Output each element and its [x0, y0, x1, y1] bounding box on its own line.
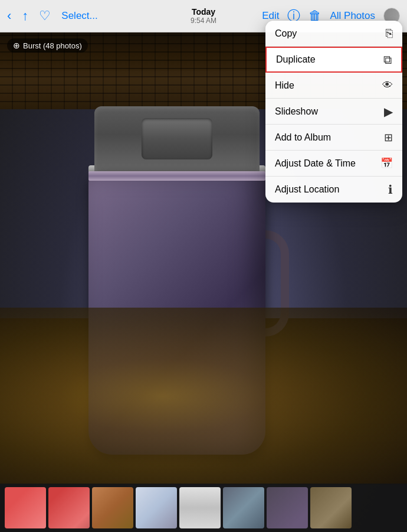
select-button[interactable]: Select... [61, 10, 97, 22]
menu-label-copy: Copy [275, 28, 297, 39]
duplicate-icon: ⧉ [383, 53, 392, 67]
thumbnail-1[interactable] [5, 487, 46, 528]
all-photos-button[interactable]: All Photos [330, 10, 375, 22]
adjust-location-icon: ℹ [388, 182, 393, 197]
thumbnail-strip [0, 484, 407, 532]
nav-center: Today 9:54 AM [191, 7, 216, 25]
menu-label-add-to-album: Add to Album [275, 132, 331, 143]
menu-item-slideshow[interactable]: Slideshow ▶ [265, 99, 402, 125]
back-button[interactable]: ‹ [7, 8, 11, 24]
tumbler-lid [94, 106, 260, 177]
share-button[interactable]: ↑ [22, 8, 28, 24]
photo-date: Today [191, 7, 216, 17]
add-to-album-icon: ⊞ [384, 131, 393, 144]
context-menu: Copy ⎘ Duplicate ⧉ Hide 👁 Slideshow ▶ Ad… [265, 21, 402, 203]
menu-label-adjust-location: Adjust Location [275, 184, 339, 195]
slideshow-icon: ▶ [384, 105, 393, 119]
menu-item-adjust-location[interactable]: Adjust Location ℹ [265, 177, 402, 203]
burst-badge[interactable]: ⊕ Burst (48 photos) [7, 38, 88, 53]
thumbnail-2[interactable] [48, 487, 90, 528]
menu-item-add-to-album[interactable]: Add to Album ⊞ [265, 125, 402, 151]
nav-left: ‹ ↑ ♡ Select... [7, 8, 98, 24]
menu-label-hide: Hide [275, 80, 294, 91]
heart-button[interactable]: ♡ [39, 8, 51, 24]
menu-label-duplicate: Duplicate [276, 54, 316, 65]
thumbnail-7[interactable] [267, 487, 308, 528]
thumbnail-8[interactable] [310, 487, 352, 528]
menu-item-duplicate[interactable]: Duplicate ⧉ [265, 47, 402, 73]
thumbnail-4[interactable] [136, 487, 177, 528]
burst-label: Burst (48 photos) [23, 41, 82, 50]
menu-label-slideshow: Slideshow [275, 106, 318, 117]
tumbler-body [88, 171, 265, 455]
edit-button[interactable]: Edit [262, 10, 279, 22]
photo-time: 9:54 AM [191, 17, 216, 25]
carpet-bg [0, 318, 407, 484]
menu-label-adjust-date-time: Adjust Date & Time [275, 158, 356, 169]
thumbnail-5[interactable] [179, 487, 221, 528]
adjust-date-icon: 📅 [380, 157, 393, 169]
menu-item-adjust-date-time[interactable]: Adjust Date & Time 📅 [265, 151, 402, 177]
thumbnail-6[interactable] [223, 487, 264, 528]
burst-icon: ⊕ [13, 41, 20, 50]
copy-icon: ⎘ [386, 27, 393, 40]
thumbnail-3[interactable] [92, 487, 133, 528]
hide-icon: 👁 [382, 79, 393, 92]
menu-item-hide[interactable]: Hide 👁 [265, 73, 402, 99]
menu-item-copy[interactable]: Copy ⎘ [265, 21, 402, 47]
